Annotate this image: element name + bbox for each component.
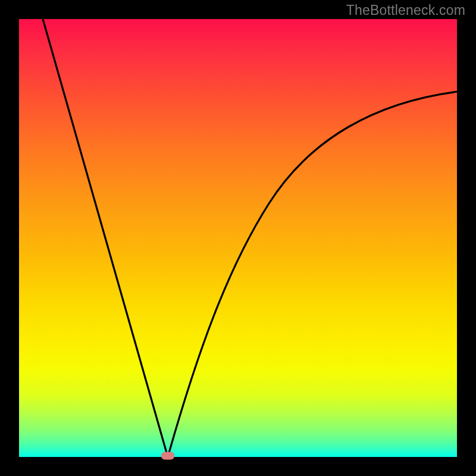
right-branch-path [168, 92, 457, 457]
chart-frame: TheBottleneck.com [0, 0, 476, 476]
optimal-point-marker [161, 452, 174, 460]
left-branch-path [43, 19, 168, 457]
plot-area [19, 19, 457, 457]
curve-svg [19, 19, 457, 457]
watermark-text: TheBottleneck.com [346, 2, 465, 18]
